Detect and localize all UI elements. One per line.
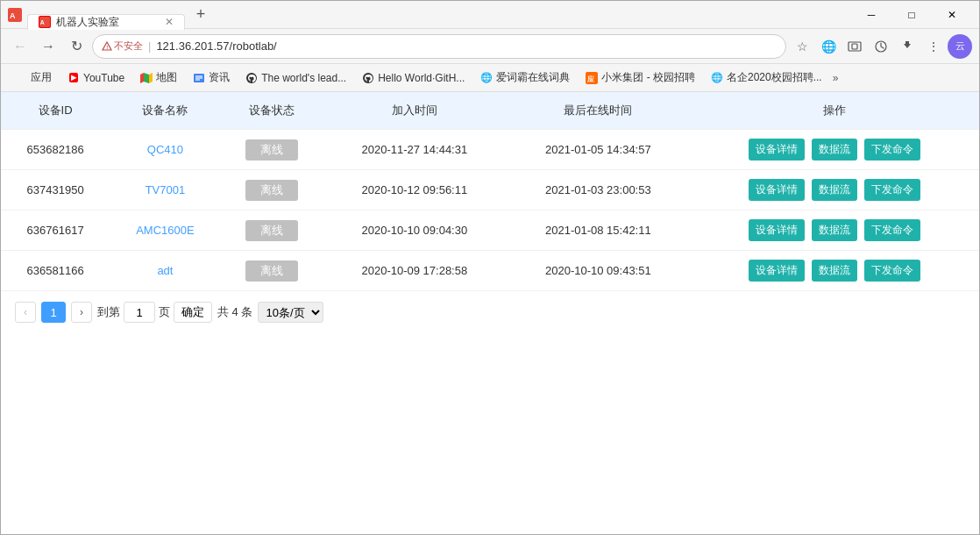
security-indicator: ! 不安全 <box>102 39 143 53</box>
bookmark-xiaomi[interactable]: 应 小米集团 - 校园招聘 <box>579 68 702 87</box>
refresh-button[interactable]: ↻ <box>64 34 89 59</box>
cell-status: 离线 <box>221 210 323 251</box>
data-stream-button[interactable]: 数据流 <box>812 260 857 282</box>
prev-page-button[interactable]: ‹ <box>15 302 36 323</box>
extensions-button[interactable] <box>895 34 920 59</box>
title-bar: A A 机器人实验室 ✕ + ─ □ ✕ <box>1 1 979 29</box>
cell-join-time: 2020-11-27 14:44:31 <box>323 130 507 170</box>
detail-button[interactable]: 设备详情 <box>749 219 805 241</box>
device-name-link[interactable]: QC410 <box>147 143 183 156</box>
cell-join-time: 2020-10-09 17:28:58 <box>323 251 507 291</box>
active-tab[interactable]: A 机器人实验室 ✕ <box>27 14 185 30</box>
col-header-status: 设备状态 <box>221 92 323 130</box>
cell-name: TV7001 <box>110 170 220 210</box>
bookmark-maps[interactable]: 地图 <box>133 68 184 87</box>
history-button[interactable] <box>869 34 893 59</box>
xiaomi-icon: 应 <box>586 72 598 84</box>
detail-button[interactable]: 设备详情 <box>749 260 805 282</box>
pagination: ‹ 1 › 到第 页 确定 共 4 条 10条/页20条/页50条/页 <box>1 291 979 333</box>
col-header-join-time: 加入时间 <box>323 92 507 130</box>
data-stream-button[interactable]: 数据流 <box>812 179 857 201</box>
minimize-button[interactable]: ─ <box>851 1 891 29</box>
detail-button[interactable]: 设备详情 <box>749 139 805 160</box>
send-command-button[interactable]: 下发命令 <box>864 139 920 160</box>
bookmarks-more-button[interactable]: » <box>833 72 839 84</box>
send-command-button[interactable]: 下发命令 <box>864 179 920 201</box>
cell-status: 离线 <box>221 170 323 210</box>
cell-name: adt <box>110 251 220 291</box>
nav-actions: ☆ 🌐 ⋮ 云 <box>790 34 972 59</box>
svg-text:A: A <box>40 19 45 25</box>
bookmark-youtube[interactable]: ▶ YouTube <box>60 70 131 86</box>
navigation-bar: ← → ↻ ! 不安全 | 121.36.201.57/robotlab/ ☆ … <box>1 29 979 64</box>
news-icon <box>193 72 205 84</box>
cell-actions: 设备详情 数据流 下发命令 <box>690 170 979 210</box>
status-badge: 离线 <box>245 139 298 160</box>
page-content: 设备ID 设备名称 设备状态 加入时间 最后在线时间 操作 653682186 … <box>1 92 979 534</box>
window-controls: ─ □ ✕ <box>851 1 972 29</box>
profile-button[interactable]: 云 <box>948 34 972 59</box>
detail-button[interactable]: 设备详情 <box>749 179 805 201</box>
status-badge: 离线 <box>245 180 298 201</box>
current-page-indicator[interactable]: 1 <box>41 302 66 323</box>
browser-window: A A 机器人实验室 ✕ + ─ □ ✕ ← → ↻ ! 不安全 <box>0 0 980 535</box>
bookmark-star-button[interactable]: ☆ <box>790 34 814 59</box>
close-button[interactable]: ✕ <box>932 1 972 29</box>
page-goto: 到第 页 确定 <box>97 302 212 323</box>
tab-bar: A 机器人实验室 ✕ + <box>27 1 851 29</box>
cell-join-time: 2020-10-10 09:04:30 <box>323 210 507 251</box>
send-command-button[interactable]: 下发命令 <box>864 260 920 282</box>
dict-icon: 🌐 <box>480 72 493 84</box>
apps-icon <box>15 72 27 84</box>
table-row: 653682186 QC410 离线 2020-11-27 14:44:31 2… <box>1 130 979 170</box>
bookmark-apps[interactable]: 应用 <box>8 68 59 87</box>
screen-capture-button[interactable] <box>842 34 867 59</box>
svg-text:应: 应 <box>587 75 594 83</box>
table-row: 636761617 AMC1600E 离线 2020-10-10 09:04:3… <box>1 210 979 251</box>
col-header-name: 设备名称 <box>110 92 220 130</box>
device-name-link[interactable]: TV7001 <box>146 183 186 196</box>
device-name-link[interactable]: adt <box>157 264 173 277</box>
settings-button[interactable]: ⋮ <box>921 34 946 59</box>
goto-confirm-button[interactable]: 确定 <box>174 302 212 323</box>
page-label: 页 <box>159 304 170 320</box>
goto-page-input[interactable] <box>124 302 155 323</box>
tab-close-button[interactable]: ✕ <box>165 16 174 28</box>
cell-actions: 设备详情 数据流 下发命令 <box>690 210 979 251</box>
maximize-button[interactable]: □ <box>891 1 932 29</box>
globe-icon-button[interactable]: 🌐 <box>816 34 841 59</box>
address-bar[interactable]: ! 不安全 | 121.36.201.57/robotlab/ <box>92 34 786 59</box>
device-table: 设备ID 设备名称 设备状态 加入时间 最后在线时间 操作 653682186 … <box>1 92 979 291</box>
bookmark-github2[interactable]: Hello World·GitH... <box>355 70 472 86</box>
col-header-actions: 操作 <box>690 92 979 130</box>
status-badge: 离线 <box>245 220 298 241</box>
cell-last-online: 2020-10-10 09:43:51 <box>507 251 691 291</box>
github-icon-2 <box>362 72 374 84</box>
back-button[interactable]: ← <box>8 34 32 59</box>
tab-favicon: A <box>39 16 51 28</box>
bookmark-github1[interactable]: The world's lead... <box>238 70 353 86</box>
cell-id: 636581166 <box>1 251 110 291</box>
recruit-icon: 🌐 <box>711 72 723 84</box>
data-stream-button[interactable]: 数据流 <box>812 139 857 160</box>
tab-title: 机器人实验室 <box>56 15 158 30</box>
new-tab-button[interactable]: + <box>188 3 213 27</box>
github-icon-1 <box>245 72 258 84</box>
svg-text:A: A <box>10 11 16 20</box>
page-size-select[interactable]: 10条/页20条/页50条/页 <box>258 302 323 323</box>
svg-rect-6 <box>852 44 857 49</box>
bookmark-news[interactable]: 资讯 <box>186 68 237 87</box>
col-header-last-online: 最后在线时间 <box>507 92 691 130</box>
svg-text:!: ! <box>106 45 108 50</box>
send-command-button[interactable]: 下发命令 <box>864 219 920 241</box>
cell-status: 离线 <box>221 130 323 170</box>
data-stream-button[interactable]: 数据流 <box>812 219 857 241</box>
forward-button[interactable]: → <box>36 34 60 59</box>
bookmark-recruit[interactable]: 🌐 名企2020校园招聘... <box>704 68 829 87</box>
table-row: 637431950 TV7001 离线 2020-10-12 09:56:11 … <box>1 170 979 210</box>
next-page-button[interactable]: › <box>71 302 92 323</box>
cell-actions: 设备详情 数据流 下发命令 <box>690 251 979 291</box>
device-name-link[interactable]: AMC1600E <box>136 224 194 237</box>
bookmark-dict[interactable]: 🌐 爱词霸在线词典 <box>473 68 577 87</box>
table-row: 636581166 adt 离线 2020-10-09 17:28:58 202… <box>1 251 979 291</box>
